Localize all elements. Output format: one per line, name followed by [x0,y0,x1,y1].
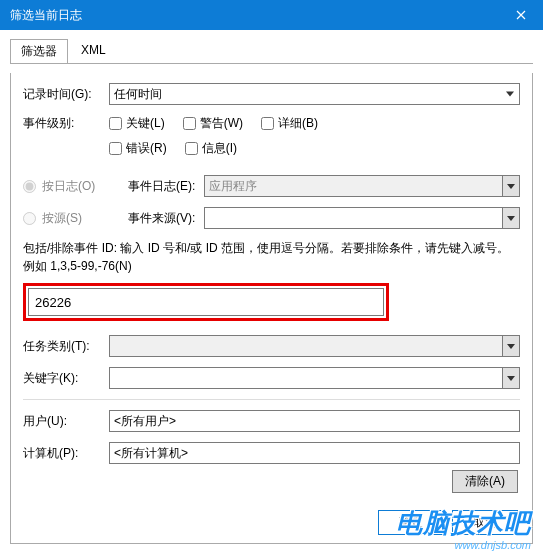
task-combo [109,335,520,357]
close-button[interactable] [498,0,543,30]
filter-panel: 记录时间(G): 任何时间 事件级别: 关键(L) 警告(W) 详细(B) 错误… [10,73,533,544]
label-bylog: 按日志(O) [42,178,122,195]
keywords-combo [109,367,520,389]
clear-button[interactable]: 清除(A) [452,470,518,493]
label-eventlog: 事件日志(E): [128,178,204,195]
label-task: 任务类别(T): [23,338,109,355]
row-logged: 记录时间(G): 任何时间 [23,83,520,105]
tab-strip: 筛选器 XML [10,39,533,64]
ok-button[interactable]: 确定 [378,510,444,535]
close-icon [516,10,526,20]
row-user: 用户(U): [23,410,520,432]
task-input [109,335,502,357]
keywords-input[interactable] [109,367,502,389]
radio-bylog [23,180,36,193]
eventlog-input [204,175,502,197]
computer-input[interactable] [109,442,520,464]
chk-critical[interactable]: 关键(L) [109,115,165,132]
chk-warning[interactable]: 警告(W) [183,115,243,132]
tab-xml[interactable]: XML [70,39,117,63]
label-user: 用户(U): [23,413,109,430]
title-bar: 筛选当前日志 [0,0,543,30]
row-computer: 计算机(P): [23,442,520,464]
row-level: 事件级别: 关键(L) 警告(W) 详细(B) 错误(R) 信息(I) [23,115,520,165]
label-bysource: 按源(S) [42,210,122,227]
task-dropdown[interactable] [502,335,520,357]
user-input[interactable] [109,410,520,432]
label-level: 事件级别: [23,115,109,132]
eventlog-dropdown[interactable] [502,175,520,197]
level-group: 关键(L) 警告(W) 详细(B) 错误(R) 信息(I) [109,115,482,165]
chk-verbose[interactable]: 详细(B) [261,115,318,132]
row-task: 任务类别(T): [23,335,520,357]
keywords-dropdown[interactable] [502,367,520,389]
row-bysource: 按源(S) 事件来源(V): [23,207,520,229]
logged-select[interactable]: 任何时间 [109,83,520,105]
separator [23,399,520,400]
label-keywords: 关键字(K): [23,370,109,387]
label-computer: 计算机(P): [23,445,109,462]
help-text: 包括/排除事件 ID: 输入 ID 号和/或 ID 范围，使用逗号分隔。若要排除… [23,239,520,275]
radio-bysource [23,212,36,225]
row-keywords: 关键字(K): [23,367,520,389]
tab-filter[interactable]: 筛选器 [10,39,68,63]
chk-info[interactable]: 信息(I) [185,140,237,157]
cancel-button[interactable]: 取消 [452,510,518,535]
window-title: 筛选当前日志 [10,7,82,24]
label-eventsource: 事件来源(V): [128,210,204,227]
chk-error[interactable]: 错误(R) [109,140,167,157]
label-logged: 记录时间(G): [23,86,109,103]
eventsource-combo [204,207,520,229]
event-id-input[interactable] [28,288,384,316]
eventlog-combo [204,175,520,197]
row-bylog: 按日志(O) 事件日志(E): [23,175,520,197]
eventsource-input[interactable] [204,207,502,229]
eventsource-dropdown[interactable] [502,207,520,229]
dialog-footer: 确定 取消 [378,510,518,535]
id-highlight-box [23,283,389,321]
dialog-body: 筛选器 XML 记录时间(G): 任何时间 事件级别: 关键(L) 警告(W) … [0,30,543,544]
